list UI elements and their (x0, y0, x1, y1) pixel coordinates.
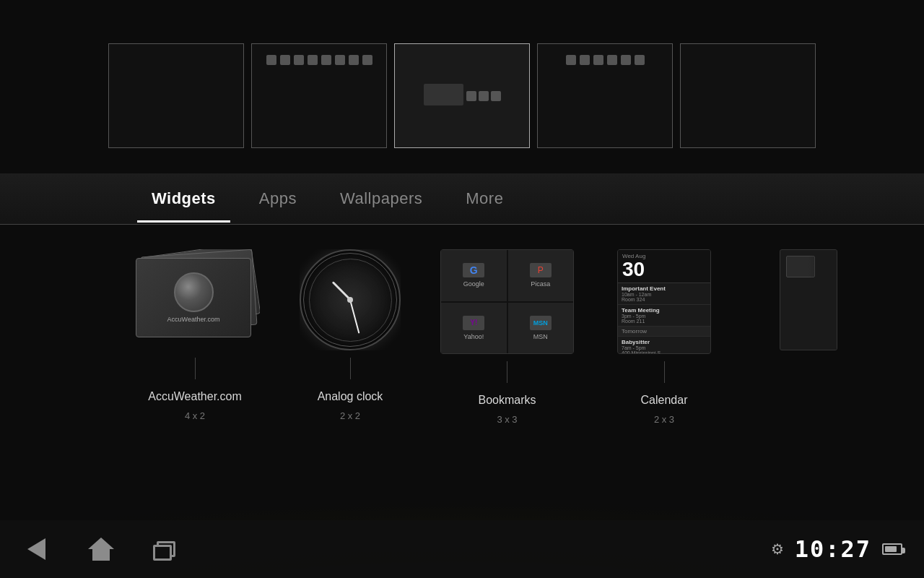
homescreen-thumb-2[interactable] (251, 43, 387, 148)
cal-event-title-2: Team Meeting (622, 307, 707, 314)
widget-item-analog-clock[interactable]: Analog clock 2 x 2 (296, 249, 404, 421)
calendar-tomorrow-header: Tomorrow (618, 327, 710, 337)
thumb-icon (362, 55, 372, 65)
bookmark-label-msn: MSN (533, 333, 548, 340)
cal-event-title-1: Important Event (622, 285, 707, 292)
thumb-content-4 (538, 44, 672, 76)
tab-more[interactable]: More (444, 175, 525, 223)
tab-bar: Widgets Apps Wallpapers More (0, 173, 924, 224)
cal-event-time-2: 3pm - 5pm (622, 314, 707, 319)
thumb-icons-row (466, 91, 501, 101)
thumb-icon (466, 91, 476, 101)
widget-item-accuweather[interactable]: AccuWeather.com AccuWeather.com 4 x 2 (130, 249, 260, 421)
thumb-icon (566, 55, 576, 65)
thumb-icon (321, 55, 331, 65)
home-roof (88, 538, 114, 549)
homescreen-thumb-1[interactable] (108, 43, 244, 148)
status-time: 10:27 (795, 535, 871, 563)
widget-name-calendar: Calendar (641, 394, 688, 407)
thumb-icon (580, 55, 590, 65)
nav-recents-button[interactable] (152, 535, 180, 564)
accuweather-preview: AccuWeather.com (130, 249, 260, 350)
calendar-preview: Wed Aug 30 Important Event 10am - 12am R… (617, 249, 711, 354)
bookmark-yahoo: Y! Yahoo! (441, 303, 507, 354)
nav-buttons (22, 535, 180, 564)
thumb-icon (294, 55, 304, 65)
tab-wallpapers[interactable]: Wallpapers (318, 175, 444, 223)
widget-divider (664, 361, 665, 383)
thumb-icon (491, 91, 501, 101)
thumb-icon (280, 55, 290, 65)
widget-name-accuweather: AccuWeather.com (148, 390, 242, 403)
homescreen-thumb-5[interactable] (680, 43, 816, 148)
thumb-icon (607, 55, 617, 65)
calendar-header: Wed Aug 30 (618, 250, 710, 283)
battery-fill (885, 546, 897, 552)
back-icon (27, 538, 45, 560)
calendar-date-info: Wed Aug 30 (622, 253, 645, 280)
nav-back-button[interactable] (22, 535, 51, 564)
thumb-icon (621, 55, 631, 65)
msn-icon: MSN (530, 316, 552, 330)
thumb-icon (335, 55, 345, 65)
bookmark-msn: MSN MSN (508, 303, 574, 354)
thumb-content-2 (252, 44, 386, 76)
cal-tomorrow-time: 7am - 5pm (622, 345, 707, 350)
yahoo-icon: Y! (463, 316, 484, 330)
thumb-content-3 (395, 44, 529, 147)
widget-size-calendar: 2 x 3 (654, 414, 674, 425)
globe-icon (174, 272, 214, 312)
widget-area: AccuWeather.com AccuWeather.com 4 x 2 (0, 228, 924, 520)
cal-tomorrow-loc: 400 Mississippi S... (622, 350, 707, 354)
widget-size-bookmarks: 3 x 3 (497, 414, 517, 425)
recents-icon (157, 541, 175, 557)
widget-item-bookmarks[interactable]: G Google P Picasa Y! Yahoo! (440, 249, 574, 425)
tab-widgets[interactable]: Widgets (130, 175, 237, 223)
bookmarks-grid: G Google P Picasa Y! Yahoo! (440, 249, 574, 354)
cal-event-loc-2: Room 211 (622, 319, 707, 324)
nav-home-button[interactable] (87, 535, 116, 564)
home-icon (88, 538, 114, 561)
settings-icon[interactable]: ⚙ (771, 540, 784, 558)
partial-icon (786, 256, 815, 277)
bookmark-label-yahoo: Yahoo! (463, 333, 484, 340)
calendar-event-1: Important Event 10am - 12am Room 324 (618, 283, 710, 305)
widget-size-clock: 2 x 2 (340, 410, 360, 421)
picasa-icon: P (530, 263, 552, 277)
widget-name-bookmarks: Bookmarks (478, 394, 536, 407)
bookmark-picasa: P Picasa (508, 250, 574, 301)
battery-indicator (882, 543, 902, 555)
clock-center (347, 297, 353, 303)
widget-name-clock: Analog clock (318, 390, 383, 403)
thumb-icon (593, 55, 603, 65)
cal-tomorrow-title: Babysitter (622, 339, 707, 345)
calendar-event-2: Team Meeting 3pm - 5pm Room 211 (618, 305, 710, 327)
status-bar: ⚙ 10:27 (0, 520, 924, 578)
google-icon: G (463, 263, 484, 277)
clock-face (300, 249, 401, 350)
widget-list: AccuWeather.com AccuWeather.com 4 x 2 (130, 242, 924, 425)
clock-preview (300, 249, 401, 350)
bookmarks-preview: G Google P Picasa Y! Yahoo! (440, 249, 574, 354)
widget-divider (195, 358, 196, 379)
calendar-widget: Wed Aug 30 Important Event 10am - 12am R… (617, 249, 711, 354)
widget-size-accuweather: 4 x 2 (185, 410, 205, 421)
thumb-icon (635, 55, 645, 65)
widget-item-calendar[interactable]: Wed Aug 30 Important Event 10am - 12am R… (610, 249, 718, 425)
bookmark-google: G Google (441, 250, 507, 301)
thumb-widget (424, 84, 463, 105)
calendar-day-number: 30 (622, 259, 645, 280)
battery-icon (882, 543, 902, 555)
partial-content (780, 250, 837, 283)
status-right: ⚙ 10:27 (771, 535, 902, 563)
card-stack: AccuWeather.com (130, 249, 260, 350)
partial-widget-preview (780, 249, 837, 350)
thumb-icon (308, 55, 318, 65)
tab-apps[interactable]: Apps (237, 175, 318, 223)
thumb-icon (266, 55, 276, 65)
thumb-icon (479, 91, 489, 101)
bookmark-label-picasa: Picasa (531, 280, 550, 288)
homescreen-thumb-4[interactable] (537, 43, 673, 148)
homescreen-thumb-3[interactable] (394, 43, 530, 148)
calendar-tomorrow-event: Babysitter 7am - 5pm 400 Mississippi S..… (618, 337, 710, 354)
